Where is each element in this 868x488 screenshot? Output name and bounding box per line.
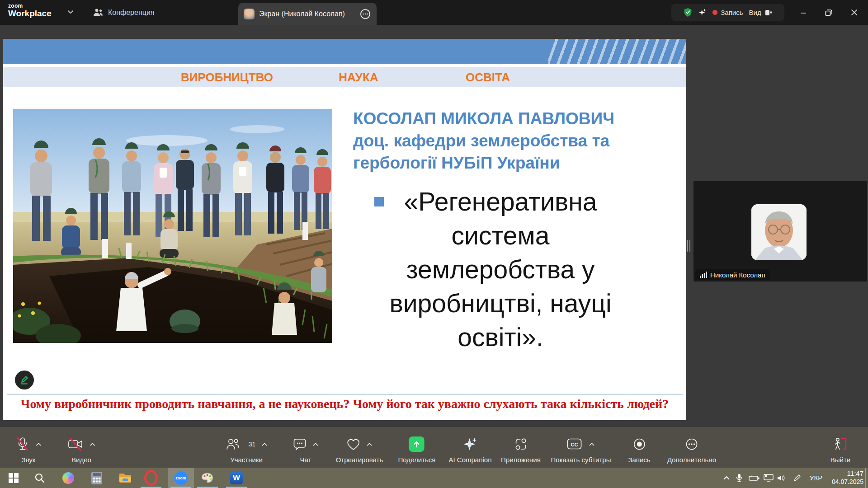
view-menu[interactable]: Вид: [749, 9, 772, 16]
share-screen-button[interactable]: Поделиться: [398, 435, 436, 464]
meeting-status-pill: Запись Вид: [671, 4, 784, 21]
zoom-app-icon: zoom: [174, 471, 188, 485]
nav-word-science: НАУКА: [339, 67, 378, 87]
participants-options-chevron[interactable]: [261, 442, 267, 446]
captions-cc-icon: CC: [567, 438, 583, 450]
speaker-position-line2: гербології НУБіП України: [353, 152, 624, 174]
view-layout-icon: [765, 9, 772, 16]
calculator-icon: [91, 472, 102, 484]
reactions-button[interactable]: Отреагировать: [336, 435, 383, 464]
leave-door-icon: [833, 437, 848, 451]
recording-indicator[interactable]: Запись: [712, 9, 743, 16]
more-button[interactable]: Дополнительно: [667, 435, 716, 464]
start-button[interactable]: [9, 468, 19, 488]
share-up-arrow-icon: [409, 436, 425, 452]
slide-top-band: [3, 39, 686, 64]
taskbar-opera-button[interactable]: [144, 468, 158, 488]
tray-microphone[interactable]: [736, 468, 743, 488]
participants-count-badge: 31: [249, 441, 256, 448]
logo-zoom-text: zoom: [8, 3, 52, 9]
reactions-options-chevron[interactable]: [367, 442, 373, 446]
close-button[interactable]: [844, 0, 863, 25]
record-button[interactable]: Запись: [628, 435, 650, 464]
participants-icon: [226, 437, 240, 451]
show-desktop-strip[interactable]: [865, 468, 866, 488]
captions-button[interactable]: CC Показать субтитры: [551, 435, 611, 464]
tab-conference-label: Конференция: [108, 9, 155, 17]
recording-dot-icon: [712, 10, 717, 15]
ai-companion-icon: [462, 436, 478, 452]
recording-label: Запись: [721, 9, 743, 16]
lecture-topic-text: «Регенеративна система землеробства у ви…: [329, 185, 672, 354]
participant-name-label: Николай Косолап: [695, 269, 770, 280]
word-icon: W: [230, 472, 243, 484]
display-icon: [764, 474, 774, 482]
tray-speaker[interactable]: [777, 468, 786, 488]
language-indicator[interactable]: УКР: [810, 468, 822, 488]
speaker-title-block: КОСОЛАП МИКОЛА ПАВЛОВИЧ доц. кафедри зем…: [353, 108, 624, 174]
tray-pen[interactable]: [793, 468, 801, 488]
pencil-icon: [19, 375, 30, 385]
opera-icon: [144, 470, 158, 486]
connection-bars-icon: [700, 272, 707, 278]
tray-date: 04.07.2025: [826, 478, 863, 486]
minimize-button[interactable]: [794, 0, 813, 25]
topic-line-3: землеробства у: [329, 253, 672, 286]
question-text: Чому виробничник проводить навчання, а н…: [12, 397, 677, 411]
taskbar-zoom-button[interactable]: zoom: [174, 468, 188, 488]
participant-avatar: [751, 204, 807, 260]
speaker-position-line1: доц. кафедри землеробства та: [353, 130, 624, 152]
shared-presentation-slide: ВИРОБНИЦТВО НАУКА ОСВІТА: [3, 39, 686, 420]
taskbar-copilot-button[interactable]: [62, 468, 74, 488]
taskbar-word-button[interactable]: W: [230, 468, 243, 488]
taskbar-clock[interactable]: 11:47 04.07.2025: [826, 469, 863, 486]
taskbar-search-button[interactable]: [34, 468, 45, 488]
topic-line-1: «Регенеративна: [329, 185, 672, 219]
ai-companion-sparkle-icon[interactable]: [698, 8, 707, 17]
more-ellipsis-icon: [684, 437, 699, 451]
chat-button[interactable]: Чат: [293, 435, 319, 464]
apps-button[interactable]: Приложения: [501, 435, 541, 464]
windows-taskbar: zoom W: [0, 468, 868, 488]
file-explorer-icon: [119, 473, 132, 483]
video-button[interactable]: Видео: [67, 435, 95, 464]
panel-resize-handle[interactable]: [687, 240, 691, 252]
video-options-chevron[interactable]: [90, 442, 95, 446]
tray-battery[interactable]: [749, 468, 760, 488]
tab-screen-share[interactable]: Экран (Николай Косолап): [238, 3, 377, 25]
mic-muted-icon: [15, 436, 30, 452]
annotate-pencil-button[interactable]: [15, 371, 34, 389]
audio-options-chevron[interactable]: [36, 442, 42, 446]
tab-more-ellipsis-icon[interactable]: [359, 8, 371, 20]
people-icon: [93, 8, 104, 17]
topic-line-4: виробництві, науці: [329, 286, 672, 320]
audio-button[interactable]: Звук: [15, 435, 42, 464]
zoom-workplace-logo: zoom Workplace: [8, 3, 52, 18]
captions-options-chevron[interactable]: [589, 442, 595, 446]
heart-reaction-icon: [346, 437, 361, 451]
participants-button[interactable]: 31 Участники: [226, 435, 268, 464]
topic-line-2: система: [329, 219, 672, 253]
tray-time: 11:47: [826, 469, 863, 478]
leave-button[interactable]: Выйти: [830, 435, 850, 464]
ai-companion-button[interactable]: AI Companion: [448, 435, 491, 464]
tab-conference[interactable]: Конференция: [93, 0, 155, 25]
tray-network-display[interactable]: [764, 468, 774, 488]
chevron-up-icon: [723, 476, 730, 480]
chat-options-chevron[interactable]: [313, 442, 319, 446]
nav-word-production: ВИРОБНИЦТВО: [181, 67, 273, 87]
chat-icon: [293, 437, 307, 451]
workspace-chevron-down-icon[interactable]: [67, 10, 74, 14]
speaker-name: КОСОЛАП МИКОЛА ПАВЛОВИЧ: [353, 108, 624, 130]
security-shield-icon[interactable]: [684, 8, 692, 17]
participant-video-tile[interactable]: Николай Косолап: [693, 181, 867, 282]
taskbar-calculator-button[interactable]: [91, 468, 102, 488]
taskbar-paint-button[interactable]: [202, 468, 214, 488]
nav-word-education: ОСВІТА: [466, 67, 510, 87]
windows-start-icon: [9, 473, 19, 483]
pen-icon: [793, 474, 801, 482]
taskbar-file-explorer-button[interactable]: [119, 468, 132, 488]
tray-overflow-chevron[interactable]: [723, 468, 730, 488]
window-titlebar: zoom Workplace Конференция Экран (Никола…: [0, 0, 868, 25]
restore-button[interactable]: [819, 0, 838, 25]
